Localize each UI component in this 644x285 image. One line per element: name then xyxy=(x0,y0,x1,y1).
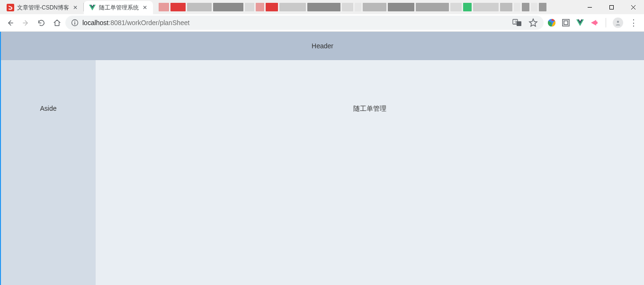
vue-favicon-icon xyxy=(89,4,96,11)
screenshot-ext-icon[interactable] xyxy=(561,18,571,27)
extensions-area: ⋮ xyxy=(545,18,641,28)
tab-close-icon[interactable]: ✕ xyxy=(72,4,79,11)
aside-text: Aside xyxy=(40,105,56,112)
window-maximize-button[interactable] xyxy=(600,0,622,14)
header-text: Header xyxy=(312,42,333,50)
window-close-button[interactable] xyxy=(622,0,644,14)
browser-tabstrip: 文章管理-CSDN博客 ✕ 随工单管理系统 ✕ xyxy=(0,0,644,14)
svg-rect-16 xyxy=(563,19,569,26)
window-minimize-button[interactable] xyxy=(579,0,600,14)
browser-tab-csdn[interactable]: 文章管理-CSDN博客 ✕ xyxy=(2,1,83,14)
csdn-favicon-icon xyxy=(7,4,14,11)
svg-rect-17 xyxy=(564,21,568,25)
layout-aside: Aside xyxy=(1,60,96,285)
toolbar-separator xyxy=(606,18,606,27)
svg-text:文: 文 xyxy=(514,20,518,24)
main-text: 随工单管理 xyxy=(353,105,386,113)
address-bar[interactable]: localhost:8081/workOrder/planSheet 文 xyxy=(65,16,544,30)
vue-devtools-ext-icon[interactable] xyxy=(575,18,585,27)
tab-title: 随工单管理系统 xyxy=(99,4,139,12)
browser-toolbar: localhost:8081/workOrder/planSheet 文 ⋮ xyxy=(0,14,644,32)
omnibox-right: 文 xyxy=(512,18,538,27)
svg-rect-10 xyxy=(74,22,75,25)
svg-point-21 xyxy=(595,21,598,24)
bookmark-star-icon[interactable] xyxy=(528,18,538,27)
svg-point-22 xyxy=(617,21,619,23)
tab-close-icon[interactable]: ✕ xyxy=(142,4,148,11)
translate-icon[interactable]: 文 xyxy=(512,18,522,27)
layout-body: Aside 随工单管理 xyxy=(1,60,644,285)
nav-reload-button[interactable] xyxy=(34,16,48,30)
svg-rect-11 xyxy=(74,21,75,22)
browser-tab-app[interactable]: 随工单管理系统 ✕ xyxy=(84,1,153,14)
layout-main: 随工单管理 xyxy=(96,60,644,285)
browser-menu-button[interactable]: ⋮ xyxy=(628,18,639,28)
profile-avatar-button[interactable] xyxy=(613,18,623,28)
app-root: Header Aside 随工单管理 xyxy=(0,32,644,285)
google-apps-ext-icon[interactable] xyxy=(547,18,556,27)
svg-rect-0 xyxy=(7,4,14,11)
nav-back-button[interactable] xyxy=(3,16,17,30)
layout-header: Header xyxy=(1,32,644,60)
url-text: localhost:8081/workOrder/planSheet xyxy=(82,19,189,27)
pink-ext-icon[interactable] xyxy=(590,18,599,27)
tabs-area: 文章管理-CSDN博客 ✕ 随工单管理系统 ✕ xyxy=(0,0,153,14)
svg-marker-15 xyxy=(529,19,537,27)
url-path: :8081/workOrder/planSheet xyxy=(108,19,189,27)
svg-rect-4 xyxy=(609,5,613,9)
url-host: localhost xyxy=(82,19,108,27)
nav-home-button[interactable] xyxy=(50,16,64,30)
window-controls xyxy=(579,0,644,14)
blurred-tabs-region xyxy=(156,0,579,14)
site-info-icon[interactable] xyxy=(71,19,79,27)
nav-forward-button[interactable] xyxy=(18,16,33,30)
tab-title: 文章管理-CSDN博客 xyxy=(17,4,69,12)
